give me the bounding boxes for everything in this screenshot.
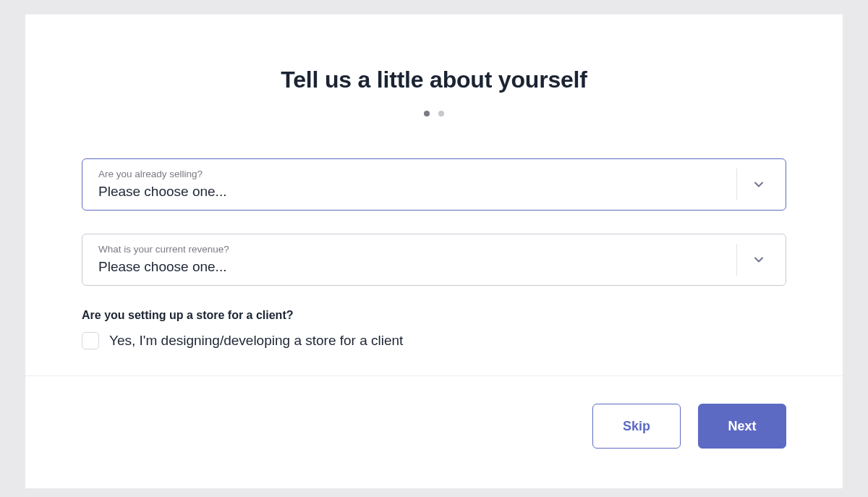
current-revenue-dropdown[interactable]: What is your current revenue? Please cho… <box>82 234 786 286</box>
next-button[interactable]: Next <box>698 404 786 449</box>
already-selling-dropdown[interactable]: Are you already selling? Please choose o… <box>82 158 786 211</box>
dropdown-body[interactable]: What is your current revenue? Please cho… <box>82 243 736 276</box>
step-indicator <box>25 111 843 116</box>
dropdown-body[interactable]: Are you already selling? Please choose o… <box>82 168 736 200</box>
client-question-block: Are you setting up a store for a client?… <box>82 309 786 349</box>
dropdown-label: What is your current revenue? <box>98 243 720 256</box>
client-checkbox-label[interactable]: Yes, I'm designing/developing a store fo… <box>109 333 403 349</box>
dropdown-value: Please choose one... <box>98 183 720 201</box>
form-area: Are you already selling? Please choose o… <box>25 116 843 349</box>
client-question-label: Are you setting up a store for a client? <box>82 309 786 322</box>
dropdown-label: Are you already selling? <box>98 168 720 181</box>
chevron-down-icon[interactable] <box>736 169 780 200</box>
page-title: Tell us a little about yourself <box>25 67 843 93</box>
client-checkbox[interactable] <box>82 332 99 349</box>
dropdown-value: Please choose one... <box>98 258 720 276</box>
step-dot-1 <box>424 111 430 116</box>
footer: Skip Next <box>25 375 843 477</box>
chevron-down-icon[interactable] <box>736 244 780 276</box>
onboarding-card: Tell us a little about yourself Are you … <box>25 14 843 488</box>
checkbox-row: Yes, I'm designing/developing a store fo… <box>82 332 786 349</box>
header: Tell us a little about yourself <box>25 14 843 116</box>
step-dot-2 <box>438 111 444 116</box>
skip-button[interactable]: Skip <box>592 404 681 449</box>
